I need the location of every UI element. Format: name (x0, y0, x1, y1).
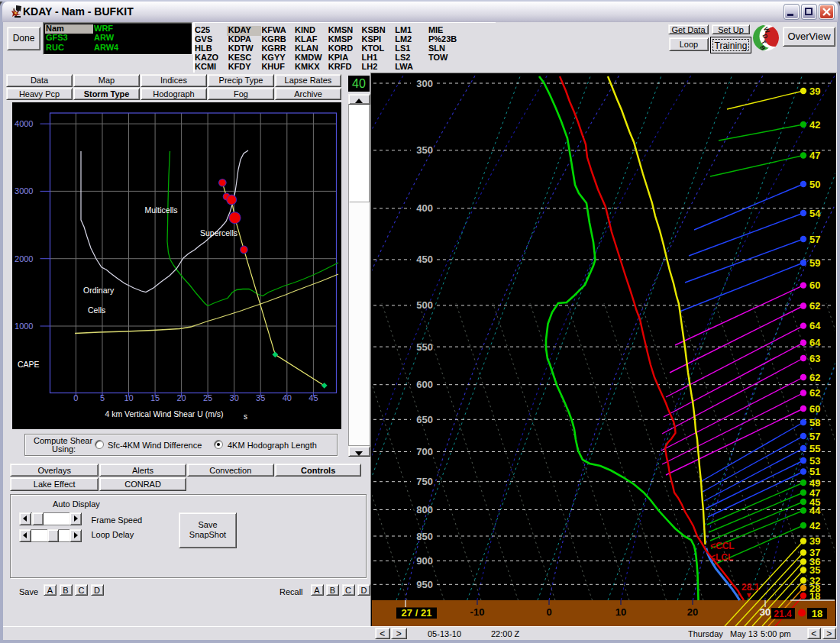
svg-text:<LCL: <LCL (710, 552, 733, 563)
svg-text:400: 400 (416, 202, 433, 214)
svg-text:30: 30 (230, 393, 239, 402)
svg-text:3000: 3000 (15, 186, 33, 195)
svg-text:64: 64 (809, 320, 821, 331)
svg-text:450: 450 (416, 254, 433, 265)
svg-text:62: 62 (809, 387, 820, 399)
svg-text:50: 50 (809, 179, 820, 190)
svg-text:57: 57 (809, 431, 820, 442)
svg-text:700: 700 (416, 446, 433, 457)
svg-text:35: 35 (256, 393, 265, 402)
svg-text:20: 20 (176, 393, 186, 402)
svg-text:500: 500 (416, 299, 433, 311)
svg-text:28.1: 28.1 (741, 582, 760, 593)
svg-text:10: 10 (615, 606, 626, 618)
svg-text:62: 62 (809, 372, 820, 383)
svg-text:Supercells: Supercells (200, 228, 237, 237)
svg-text:30: 30 (760, 606, 771, 618)
svg-text:s: s (244, 412, 247, 421)
svg-text:39: 39 (809, 535, 820, 547)
svg-text:750: 750 (416, 476, 433, 487)
svg-text:1000: 1000 (15, 322, 33, 331)
svg-text:15: 15 (150, 393, 160, 402)
svg-text:300: 300 (416, 78, 433, 89)
svg-text:53: 53 (809, 455, 820, 467)
svg-text:800: 800 (416, 504, 433, 515)
svg-text:42: 42 (809, 119, 820, 131)
svg-text:55: 55 (809, 443, 820, 454)
svg-text:44: 44 (809, 505, 821, 516)
svg-text:42: 42 (809, 520, 820, 532)
svg-text:-10: -10 (470, 606, 485, 618)
svg-text:62: 62 (809, 300, 820, 312)
svg-text:850: 850 (416, 531, 433, 542)
svg-text:950: 950 (416, 579, 433, 590)
svg-text:27 / 21: 27 / 21 (402, 607, 432, 619)
svg-text:18: 18 (812, 608, 822, 619)
svg-text:45: 45 (309, 393, 318, 402)
svg-text:600: 600 (416, 379, 433, 390)
svg-text:4 km Vertical Wind Shear U: 4 km Vertical Wind Shear U (m/s) (105, 409, 223, 418)
svg-text:2000: 2000 (15, 254, 33, 263)
svg-text:<CCL: <CCL (710, 541, 735, 551)
svg-text:64: 64 (809, 337, 821, 348)
svg-text:550: 550 (416, 341, 433, 353)
svg-text:25: 25 (203, 393, 212, 402)
svg-text:40: 40 (283, 393, 292, 402)
svg-text:0: 0 (73, 393, 78, 402)
svg-text:57: 57 (809, 234, 820, 245)
svg-text:Multicells: Multicells (144, 205, 177, 215)
svg-text:47: 47 (809, 150, 820, 161)
svg-text:39: 39 (809, 86, 820, 97)
svg-text:10: 10 (124, 393, 133, 402)
svg-text:59: 59 (809, 257, 820, 269)
svg-text:650: 650 (416, 414, 433, 425)
svg-text:4000: 4000 (15, 119, 33, 128)
svg-text:21.4: 21.4 (774, 609, 792, 619)
svg-text:60: 60 (809, 403, 820, 415)
svg-text:63: 63 (809, 353, 820, 364)
svg-text:51: 51 (809, 466, 820, 477)
svg-text:60: 60 (809, 279, 820, 291)
svg-text:900: 900 (416, 555, 433, 567)
svg-text:0: 0 (546, 606, 551, 618)
svg-text:5: 5 (100, 393, 105, 402)
svg-text:CAPE: CAPE (18, 360, 40, 369)
svg-text:Ordinary: Ordinary (83, 286, 115, 295)
svg-text:54: 54 (809, 208, 821, 219)
svg-text:350: 350 (416, 144, 433, 156)
svg-text:Cells: Cells (88, 305, 105, 315)
svg-text:58: 58 (809, 417, 820, 428)
svg-text:20: 20 (687, 606, 698, 618)
